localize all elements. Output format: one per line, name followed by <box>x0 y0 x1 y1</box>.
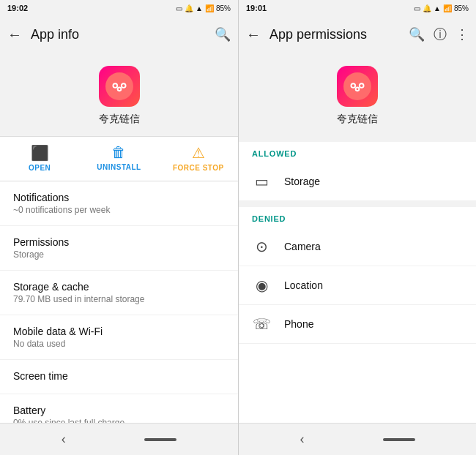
nav-home-left[interactable] <box>144 438 176 441</box>
permissions-sub: Storage <box>13 249 225 260</box>
battery-right: 85% <box>454 4 469 12</box>
nav-home-right[interactable] <box>383 438 415 441</box>
wifi-icon-right: ▲ <box>434 4 441 12</box>
svg-point-6 <box>118 88 120 90</box>
notifications-sub: ~0 notifications per week <box>13 205 225 215</box>
permissions-title: Permissions <box>13 236 225 248</box>
screen-time-title: Screen time <box>13 370 225 382</box>
wifi-icon: ▲ <box>196 4 203 12</box>
settings-item-mobile-data[interactable]: Mobile data & Wi-Fi No data used <box>0 315 238 360</box>
app-name-right: 夸克链信 <box>337 113 378 126</box>
svg-point-12 <box>360 84 363 87</box>
uninstall-label: UNINSTALL <box>97 163 141 171</box>
bottom-nav-left: ‹ <box>0 423 238 455</box>
perm-item-camera[interactable]: ⊙ Camera <box>239 228 476 266</box>
svg-point-11 <box>352 84 354 87</box>
page-title-left: App info <box>31 27 206 42</box>
action-buttons: ⬛ OPEN 🗑 UNINSTALL ⚠ FORCE STOP <box>0 136 238 181</box>
open-icon: ⬛ <box>31 144 49 162</box>
more-icon-right[interactable]: ⋮ <box>455 26 469 42</box>
bottom-nav-right: ‹ <box>239 423 476 455</box>
force-stop-icon: ⚠ <box>192 144 205 162</box>
denied-label: DENIED <box>239 207 476 228</box>
permissions-list: ALLOWED ▭ Storage DENIED ⊙ Camera ◉ Loca… <box>239 142 476 423</box>
allowed-label: ALLOWED <box>239 142 476 162</box>
notifications-title: Notifications <box>13 192 225 203</box>
perm-item-storage[interactable]: ▭ Storage <box>239 162 476 201</box>
perm-label-storage: Storage <box>284 176 320 187</box>
section-divider-top <box>239 136 476 142</box>
open-label: OPEN <box>29 164 51 172</box>
top-bar-left: ← App info 🔍 <box>0 16 238 53</box>
right-panel: 19:01 ▭ 🔔 ▲ 📶 85% ← App permissions 🔍 ⓘ … <box>238 0 476 455</box>
status-bar-left: 19:02 ▭ 🔔 ▲ 📶 85% <box>0 0 238 16</box>
perm-item-phone[interactable]: ☏ Phone <box>239 305 476 344</box>
app-header-right: 夸克链信 <box>239 53 476 136</box>
help-icon-right[interactable]: ⓘ <box>434 26 447 43</box>
force-stop-label: FORCE STOP <box>173 164 224 172</box>
status-icons-left: ▭ 🔔 ▲ 📶 85% <box>176 4 231 12</box>
battery-sub: 0% use since last full charge <box>13 418 225 423</box>
perm-item-location[interactable]: ◉ Location <box>239 266 476 305</box>
signal-icon-right: 📶 <box>443 4 452 12</box>
app-header-left: 夸克链信 <box>0 53 238 136</box>
volume-icon: 🔔 <box>185 4 193 12</box>
svg-point-13 <box>357 88 359 90</box>
section-divider-mid <box>239 201 476 207</box>
svg-point-0 <box>105 72 133 100</box>
phone-icon: ☏ <box>252 315 271 333</box>
cast-icon: ▭ <box>176 4 182 12</box>
svg-point-7 <box>343 72 371 100</box>
perm-label-phone: Phone <box>284 318 313 330</box>
camera-icon: ⊙ <box>252 238 271 255</box>
status-icons-right: ▭ 🔔 ▲ 📶 85% <box>414 4 469 12</box>
battery-left: 85% <box>216 4 231 12</box>
perm-label-camera: Camera <box>284 241 321 252</box>
svg-point-5 <box>122 84 124 87</box>
page-title-right: App permissions <box>269 27 400 42</box>
signal-icon: 📶 <box>205 4 214 12</box>
back-button-right[interactable]: ← <box>246 26 261 43</box>
app-icon-left <box>99 66 140 107</box>
storage-icon: ▭ <box>252 173 271 190</box>
time-left: 19:02 <box>7 4 28 12</box>
app-icon-right <box>337 66 378 107</box>
app-name-left: 夸克链信 <box>99 113 140 126</box>
perm-label-location: Location <box>284 279 323 291</box>
settings-item-battery[interactable]: Battery 0% use since last full charge <box>0 394 238 423</box>
battery-title: Battery <box>13 405 225 416</box>
settings-item-screen-time[interactable]: Screen time <box>0 360 238 394</box>
uninstall-icon: 🗑 <box>111 144 126 161</box>
search-icon-right[interactable]: 🔍 <box>409 26 425 42</box>
settings-item-notifications[interactable]: Notifications ~0 notifications per week <box>0 181 238 226</box>
search-icon-left[interactable]: 🔍 <box>215 26 231 42</box>
status-bar-right: 19:01 ▭ 🔔 ▲ 📶 85% <box>239 0 476 16</box>
mobile-data-sub: No data used <box>13 339 225 349</box>
cast-icon-right: ▭ <box>414 4 420 12</box>
nav-back-right[interactable]: ‹ <box>300 432 305 447</box>
back-button-left[interactable]: ← <box>7 26 22 43</box>
storage-title: Storage & cache <box>13 281 225 293</box>
settings-item-permissions[interactable]: Permissions Storage <box>0 226 238 271</box>
svg-point-4 <box>114 84 116 87</box>
settings-list: Notifications ~0 notifications per week … <box>0 181 238 423</box>
left-panel: 19:02 ▭ 🔔 ▲ 📶 85% ← App info 🔍 夸克链 <box>0 0 238 455</box>
open-button[interactable]: ⬛ OPEN <box>13 144 66 172</box>
storage-sub: 79.70 MB used in internal storage <box>13 294 225 304</box>
top-bar-right: ← App permissions 🔍 ⓘ ⋮ <box>239 16 476 53</box>
location-icon: ◉ <box>252 277 271 294</box>
force-stop-button[interactable]: ⚠ FORCE STOP <box>172 144 225 172</box>
uninstall-button[interactable]: 🗑 UNINSTALL <box>92 144 145 172</box>
volume-icon-right: 🔔 <box>423 4 431 12</box>
mobile-data-title: Mobile data & Wi-Fi <box>13 326 225 337</box>
settings-item-storage[interactable]: Storage & cache 79.70 MB used in interna… <box>0 271 238 315</box>
nav-back-left[interactable]: ‹ <box>62 432 66 447</box>
time-right: 19:01 <box>246 4 267 12</box>
